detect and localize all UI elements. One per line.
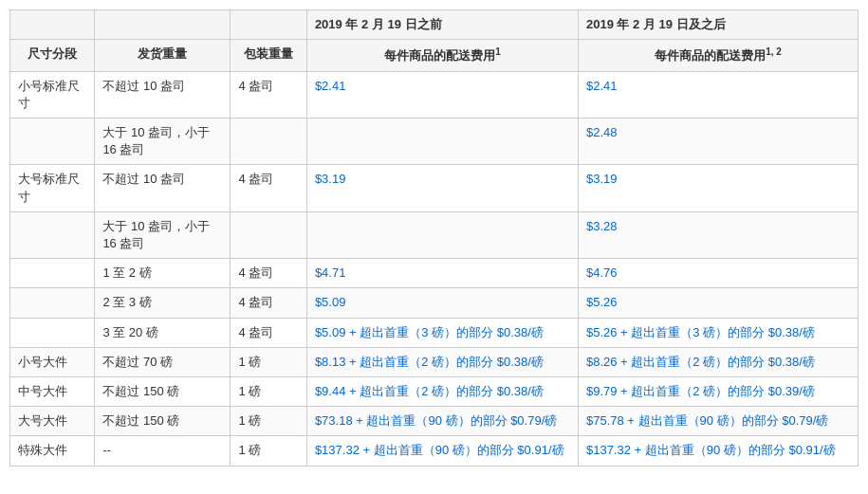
- size-cell: [10, 288, 95, 318]
- size-cell: 特殊大件: [10, 436, 95, 466]
- pkg-cell: [231, 119, 306, 165]
- weight-cell: --: [95, 436, 231, 466]
- fee-before-cell: $3.19: [306, 165, 578, 211]
- fee-after-cell: $8.26 + 超出首重（2 磅）的部分 $0.38/磅: [578, 347, 858, 376]
- pkg-cell: 4 盎司: [231, 71, 306, 118]
- fee-after-cell: $5.26: [578, 288, 858, 318]
- pkg-cell: 1 磅: [231, 376, 306, 406]
- size-cell: 小号标准尺寸: [10, 71, 95, 118]
- size-cell: [10, 318, 95, 347]
- size-cell: [10, 119, 95, 165]
- weight-cell: 1 至 2 磅: [95, 259, 231, 288]
- fee-after-cell: $2.41: [578, 71, 858, 118]
- fee-after-cell: $5.26 + 超出首重（3 磅）的部分 $0.38/磅: [578, 318, 858, 347]
- fee-after-cell: $137.32 + 超出首重（90 磅）的部分 $0.91/磅: [578, 436, 858, 466]
- pkg-cell: 1 磅: [231, 407, 306, 436]
- size-cell: 小号大件: [10, 347, 95, 376]
- weight-cell: 不超过 10 盎司: [95, 165, 231, 211]
- fee-after-cell: $3.28: [578, 211, 858, 258]
- table-row: 1 至 2 磅4 盎司$4.71$4.76: [10, 259, 859, 288]
- weight-cell: 2 至 3 磅: [95, 288, 231, 318]
- weight-cell: 大于 10 盎司，小于 16 盎司: [95, 119, 231, 165]
- weight-cell: 大于 10 盎司，小于 16 盎司: [95, 211, 231, 258]
- table-row: 小号标准尺寸不超过 10 盎司4 盎司$2.41$2.41: [10, 71, 859, 118]
- fee-before-cell: $4.71: [306, 259, 578, 288]
- pkg-cell: 4 盎司: [231, 259, 306, 288]
- table-row: 中号大件不超过 150 磅1 磅$9.44 + 超出首重（2 磅）的部分 $0.…: [10, 376, 859, 406]
- header-pkg-weight: [231, 10, 306, 40]
- pkg-cell: 4 盎司: [231, 288, 306, 318]
- pricing-table: 2019 年 2 月 19 日之前 2019 年 2 月 19 日及之后 尺寸分…: [9, 9, 859, 467]
- fee-before-cell: $73.18 + 超出首重（90 磅）的部分 $0.79/磅: [306, 407, 578, 436]
- size-cell: 中号大件: [10, 376, 95, 406]
- fee-after-cell: $4.76: [578, 259, 858, 288]
- fee-after-cell: $9.79 + 超出首重（2 磅）的部分 $0.39/磅: [578, 376, 858, 406]
- fee-before-cell: $2.41: [306, 71, 578, 118]
- fee-before-cell: $9.44 + 超出首重（2 磅）的部分 $0.38/磅: [306, 376, 578, 406]
- fee-before-cell: [306, 211, 578, 258]
- fee-before-cell: [306, 119, 578, 165]
- table-row: 大号标准尺寸不超过 10 盎司4 盎司$3.19$3.19: [10, 165, 859, 211]
- fee-after-cell: $2.48: [578, 119, 858, 165]
- fee-before-cell: $5.09: [306, 288, 578, 318]
- size-cell: 大号标准尺寸: [10, 165, 95, 211]
- col-fee-after-header: 每件商品的配送费用1, 2: [578, 40, 858, 72]
- pkg-cell: 4 盎司: [231, 318, 306, 347]
- size-cell: [10, 259, 95, 288]
- weight-cell: 不超过 150 磅: [95, 376, 231, 406]
- header-before-date: 2019 年 2 月 19 日之前: [306, 10, 578, 40]
- col-weight-header: 发货重量: [95, 40, 231, 72]
- table-row: 2 至 3 磅4 盎司$5.09$5.26: [10, 288, 859, 318]
- weight-cell: 不超过 70 磅: [95, 347, 231, 376]
- weight-cell: 不超过 150 磅: [95, 407, 231, 436]
- fee-after-cell: $3.19: [578, 165, 858, 211]
- pkg-cell: [231, 211, 306, 258]
- size-cell: 大号大件: [10, 407, 95, 436]
- table-row: 大于 10 盎司，小于 16 盎司$2.48: [10, 119, 859, 165]
- col-fee-before-header: 每件商品的配送费用1: [306, 40, 578, 72]
- pkg-cell: 1 磅: [231, 436, 306, 466]
- weight-cell: 不超过 10 盎司: [95, 71, 231, 118]
- table-row: 大号大件不超过 150 磅1 磅$73.18 + 超出首重（90 磅）的部分 $…: [10, 407, 859, 436]
- fee-before-cell: $5.09 + 超出首重（3 磅）的部分 $0.38/磅: [306, 318, 578, 347]
- header-shipping-weight: [95, 10, 231, 40]
- table-row: 小号大件不超过 70 磅1 磅$8.13 + 超出首重（2 磅）的部分 $0.3…: [10, 347, 859, 376]
- fee-before-cell: $8.13 + 超出首重（2 磅）的部分 $0.38/磅: [306, 347, 578, 376]
- table-row: 特殊大件--1 磅$137.32 + 超出首重（90 磅）的部分 $0.91/磅…: [10, 436, 859, 466]
- header-size: [10, 10, 95, 40]
- size-cell: [10, 211, 95, 258]
- col-size-header: 尺寸分段: [10, 40, 95, 72]
- fee-after-cell: $75.78 + 超出首重（90 磅）的部分 $0.79/磅: [578, 407, 858, 436]
- table-row: 3 至 20 磅4 盎司$5.09 + 超出首重（3 磅）的部分 $0.38/磅…: [10, 318, 859, 347]
- header-after-date: 2019 年 2 月 19 日及之后: [578, 10, 858, 40]
- fee-before-cell: $137.32 + 超出首重（90 磅）的部分 $0.91/磅: [306, 436, 578, 466]
- table-row: 大于 10 盎司，小于 16 盎司$3.28: [10, 211, 859, 258]
- pkg-cell: 4 盎司: [231, 165, 306, 211]
- pkg-cell: 1 磅: [231, 347, 306, 376]
- col-pkg-header: 包装重量: [231, 40, 306, 72]
- weight-cell: 3 至 20 磅: [95, 318, 231, 347]
